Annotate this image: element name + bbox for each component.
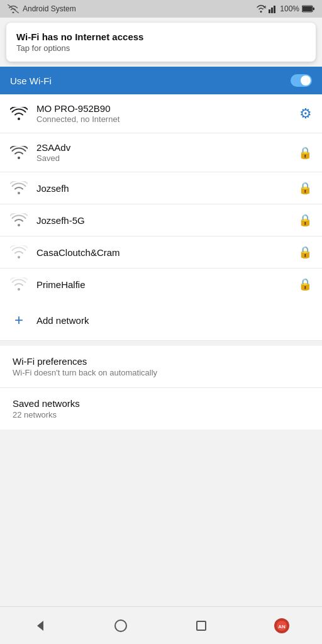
network-name-casacloutch: CasaCloutch&Cram [36, 247, 298, 258]
svg-rect-2 [269, 9, 270, 13]
network-name-2saadv: 2SAAdv [36, 142, 298, 153]
svg-rect-11 [197, 621, 206, 630]
lock-icon-casacloutch: 🔒 [298, 245, 312, 259]
lock-icon-jozsefh-5g: 🔒 [298, 213, 312, 227]
battery-text: 100% [280, 4, 299, 13]
svg-rect-3 [271, 8, 273, 13]
preferences-section: Wi-Fi preferences Wi-Fi doesn't turn bac… [0, 346, 322, 430]
network-item-2saadv[interactable]: 2SAAdv Saved 🔒 [0, 133, 322, 172]
svg-rect-8 [313, 8, 314, 10]
add-network-label: Add network [36, 315, 89, 326]
use-wifi-bar[interactable]: Use Wi-Fi [0, 67, 322, 94]
svg-text:AN: AN [278, 624, 286, 630]
network-info-2saadv: 2SAAdv Saved [36, 142, 298, 163]
app-name: Android System [23, 4, 76, 13]
network-item-primehalfie[interactable]: PrimeHalfie 🔒 [0, 269, 322, 300]
pref-subtitle-wifi-prefs: Wi-Fi doesn't turn back on automatically [13, 368, 309, 377]
wifi-signal-full [10, 107, 28, 121]
pref-title-saved-networks: Saved networks [13, 398, 309, 409]
extra-icon: AN [274, 618, 290, 634]
network-item-jozsefh-5g[interactable]: Jozsefh-5G 🔒 [0, 204, 322, 236]
lock-icon-jozsefh: 🔒 [298, 181, 312, 195]
add-network-item[interactable]: + Add network [0, 300, 322, 341]
wifi-x-icon: ✕ [256, 4, 266, 13]
home-icon [114, 619, 128, 633]
network-info-primehalfie: PrimeHalfie [36, 279, 298, 290]
svg-rect-4 [274, 6, 275, 13]
wifi-toggle[interactable] [291, 74, 312, 87]
svg-rect-5 [276, 4, 277, 13]
nav-home-button[interactable] [102, 613, 140, 638]
network-item-jozsefh[interactable]: Jozsefh 🔒 [0, 172, 322, 204]
network-item-casacloutch[interactable]: CasaCloutch&Cram 🔒 [0, 236, 322, 269]
signal-icon [269, 4, 277, 13]
wifi-signal-full-2 [10, 146, 28, 160]
status-bar: Android System ✕ 100% [0, 0, 322, 18]
nav-recents-button[interactable] [182, 613, 220, 638]
network-list: MO PRO-952B90 Connected, no Internet ⚙ 2… [0, 94, 322, 300]
use-wifi-label: Use Wi-Fi [10, 75, 52, 86]
wifi-signal-low [10, 245, 28, 259]
pref-item-saved-networks[interactable]: Saved networks 22 networks [0, 388, 322, 430]
nav-bar: AN [0, 606, 322, 644]
network-item-mo-pro[interactable]: MO PRO-952B90 Connected, no Internet ⚙ [0, 94, 322, 133]
network-info-casacloutch: CasaCloutch&Cram [36, 247, 298, 258]
wifi-signal-med [10, 181, 28, 195]
svg-rect-7 [303, 6, 312, 11]
divider [0, 341, 322, 346]
wifi-signal-med-5g [10, 213, 28, 227]
network-info-jozsefh: Jozsefh [36, 183, 298, 194]
network-info-mo-pro: MO PRO-952B90 Connected, no Internet [36, 103, 299, 124]
pref-subtitle-saved-networks: 22 networks [13, 410, 309, 419]
back-icon [33, 619, 47, 633]
notification-title: Wi-Fi has no Internet access [16, 31, 306, 42]
plus-icon: + [10, 311, 28, 329]
wifi-icon-status [8, 4, 19, 13]
pref-title-wifi-prefs: Wi-Fi preferences [13, 356, 309, 367]
network-status-2saadv: Saved [36, 153, 298, 163]
recents-icon [196, 620, 207, 631]
gear-icon[interactable]: ⚙ [299, 106, 312, 122]
notification-popup[interactable]: Wi-Fi has no Internet access Tap for opt… [6, 23, 316, 62]
wifi-signal-low-2 [10, 277, 28, 291]
nav-back-button[interactable] [21, 613, 59, 638]
svg-point-10 [115, 620, 126, 631]
status-bar-left: Android System [8, 4, 76, 13]
battery-icon [302, 5, 314, 13]
lock-icon-2saadv: 🔒 [298, 146, 312, 160]
network-info-jozsefh-5g: Jozsefh-5G [36, 215, 298, 226]
pref-item-wifi-prefs[interactable]: Wi-Fi preferences Wi-Fi doesn't turn bac… [0, 346, 322, 388]
svg-marker-9 [37, 621, 43, 631]
network-name-jozsefh: Jozsefh [36, 183, 298, 194]
network-name-jozsefh-5g: Jozsefh-5G [36, 215, 298, 226]
network-name-mo-pro: MO PRO-952B90 [36, 103, 299, 114]
network-status-mo-pro: Connected, no Internet [36, 114, 299, 124]
notification-subtitle: Tap for options [16, 43, 306, 53]
network-name-primehalfie: PrimeHalfie [36, 279, 298, 290]
svg-text:✕: ✕ [263, 5, 266, 9]
status-bar-right: ✕ 100% [256, 4, 314, 13]
lock-icon-primehalfie: 🔒 [298, 277, 312, 291]
nav-extra-button[interactable]: AN [263, 613, 301, 638]
